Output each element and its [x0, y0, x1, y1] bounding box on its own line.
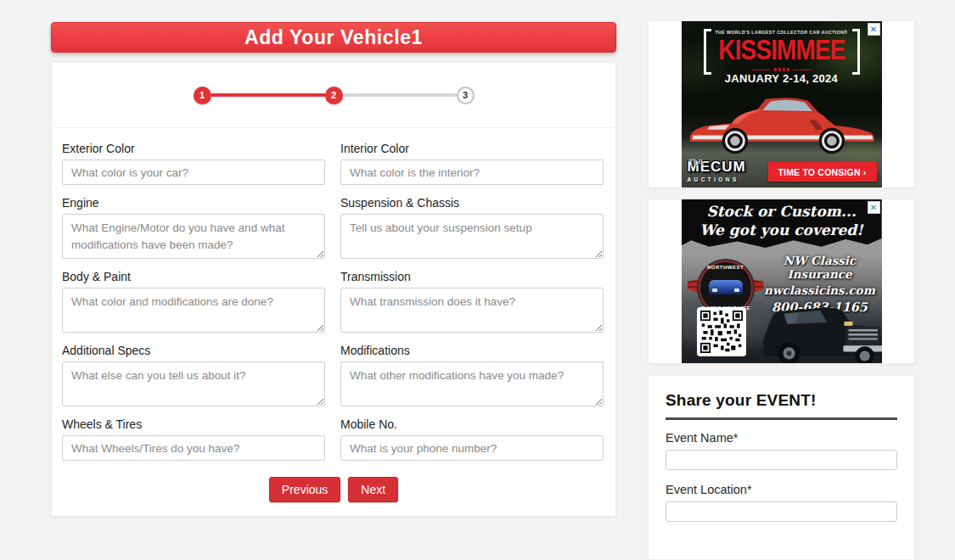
step-2[interactable]: 2	[325, 87, 343, 104]
interior-color-input[interactable]	[340, 160, 604, 185]
body-paint-label: Body & Paint	[62, 270, 325, 283]
vehicle-form-grid: Exterior Color Interior Color Engine Sus…	[52, 128, 615, 461]
additional-specs-textarea[interactable]	[62, 361, 325, 406]
insurance-headline-2: We got you covered!	[682, 221, 882, 238]
field-body-paint: Body & Paint	[62, 270, 325, 333]
field-interior-color: Interior Color	[340, 142, 604, 185]
field-wheels-tires: Wheels & Tires	[62, 417, 325, 461]
step-1[interactable]: 1	[194, 87, 211, 104]
modifications-textarea[interactable]	[340, 361, 604, 406]
field-transmission: Transmission	[340, 270, 604, 333]
mecum-auctions-logo: MECUM The AUCTIONS	[688, 159, 746, 182]
page-title: Add Your Vehicle1	[244, 26, 423, 49]
engine-textarea[interactable]	[62, 214, 325, 259]
logo-blue-car	[709, 280, 743, 294]
time-to-consign-button[interactable]: TIME TO CONSIGN ›	[768, 162, 877, 182]
form-navigation: Previous Next	[52, 477, 615, 502]
interior-color-label: Interior Color	[340, 142, 604, 155]
field-modifications: Modifications	[340, 344, 604, 406]
ad-card-insurance: ✕ Stock or Custom... We got you covered!…	[648, 199, 915, 364]
suspension-chassis-textarea[interactable]	[340, 214, 604, 259]
black-truck-illustration	[755, 287, 882, 363]
insurance-headline-1: Stock or Custom...	[682, 203, 882, 220]
main-column: Add Your Vehicle1 1 2 3 Exterior Color	[51, 0, 616, 560]
insurance-company: NW Classic Insurance	[760, 254, 880, 281]
previous-button[interactable]: Previous	[269, 477, 340, 502]
body-paint-textarea[interactable]	[62, 288, 325, 333]
exterior-color-label: Exterior Color	[62, 142, 325, 155]
field-mobile-no: Mobile No.	[340, 417, 604, 461]
modifications-label: Modifications	[340, 344, 604, 357]
mecum-date: JANUARY 2-14, 2024	[682, 72, 882, 85]
event-location-input[interactable]	[666, 501, 897, 522]
wheels-tires-label: Wheels & Tires	[62, 417, 325, 431]
page-root: Add Your Vehicle1 1 2 3 Exterior Color	[0, 0, 955, 560]
ad-close-icon[interactable]: ✕	[868, 23, 880, 36]
insurance-ad[interactable]: ✕ Stock or Custom... We got you covered!…	[682, 199, 882, 363]
transmission-label: Transmission	[340, 270, 604, 283]
field-suspension-chassis: Suspension & Chassis	[340, 196, 604, 259]
mecum-ornament	[682, 68, 882, 71]
exterior-color-input[interactable]	[62, 160, 325, 185]
additional-specs-label: Additional Specs	[62, 344, 325, 357]
qr-code	[697, 307, 746, 356]
sidebar: ✕ THE WORLD'S LARGEST COLLECTOR CAR AUCT…	[648, 0, 915, 560]
stepper-track: 1 2 3	[194, 87, 475, 104]
field-exterior-color: Exterior Color	[62, 142, 325, 185]
engine-label: Engine	[62, 196, 325, 210]
share-event-card: Share your EVENT! Event Name* Event Loca…	[648, 375, 915, 560]
suspension-chassis-label: Suspension & Chassis	[340, 196, 604, 210]
event-name-input[interactable]	[666, 450, 897, 470]
wheels-tires-input[interactable]	[62, 435, 325, 461]
field-additional-specs: Additional Specs	[62, 344, 325, 406]
step-connector-1-2	[211, 93, 325, 97]
transmission-textarea[interactable]	[340, 288, 604, 333]
step-3[interactable]: 3	[457, 87, 475, 104]
share-event-heading: Share your EVENT!	[666, 391, 897, 410]
step-connector-2-3	[343, 93, 457, 97]
mecum-title: KISSIMMEE	[682, 33, 882, 66]
mobile-no-input[interactable]	[340, 435, 604, 461]
stepper: 1 2 3	[53, 63, 614, 128]
ad-card-mecum: ✕ THE WORLD'S LARGEST COLLECTOR CAR AUCT…	[648, 20, 915, 188]
page-title-banner: Add Your Vehicle1	[51, 22, 616, 53]
heading-divider	[666, 417, 897, 420]
red-corvette-illustration	[685, 89, 879, 162]
mecum-ad[interactable]: ✕ THE WORLD'S LARGEST COLLECTOR CAR AUCT…	[682, 21, 882, 188]
next-button[interactable]: Next	[348, 477, 398, 502]
event-name-label: Event Name*	[666, 431, 897, 445]
vehicle-form-card: 1 2 3 Exterior Color Interior Color	[51, 62, 616, 517]
event-location-label: Event Location*	[666, 483, 897, 496]
mobile-no-label: Mobile No.	[340, 417, 604, 431]
ad-close-icon[interactable]: ✕	[868, 201, 880, 214]
field-engine: Engine	[62, 196, 325, 259]
